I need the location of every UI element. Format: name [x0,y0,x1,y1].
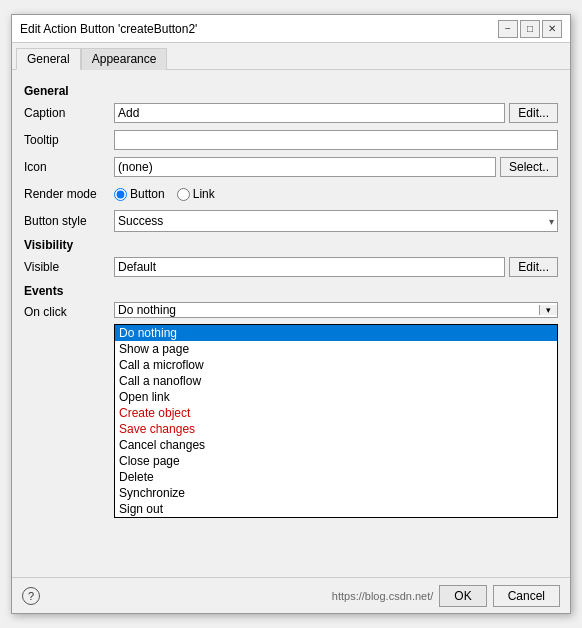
ok-button[interactable]: OK [439,585,486,607]
dropdown-item-save-changes[interactable]: Save changes [115,421,557,437]
on-click-dropdown-arrow[interactable]: ▾ [539,305,557,315]
icon-select-button[interactable]: Select.. [500,157,558,177]
tooltip-control [114,130,558,150]
cancel-button[interactable]: Cancel [493,585,560,607]
render-button-radio[interactable] [114,188,127,201]
footer-left: ? [22,587,40,605]
on-click-control: ▾ Do nothing Show a page Call a microflo… [114,302,558,318]
visible-edit-button[interactable]: Edit... [509,257,558,277]
help-button[interactable]: ? [22,587,40,605]
visible-input[interactable] [114,257,505,277]
icon-input[interactable] [114,157,496,177]
on-click-row: On click ▾ Do nothing Show a page Call a… [24,302,558,324]
button-style-control: Success ▾ [114,210,558,232]
render-mode-row: Render mode Button Link [24,183,558,205]
tab-general[interactable]: General [16,48,81,70]
dropdown-item-open-link[interactable]: Open link [115,389,557,405]
render-link-option[interactable]: Link [177,187,215,201]
icon-control: Select.. [114,157,558,177]
on-click-dropdown-list: Do nothing Show a page Call a microflow … [114,324,558,518]
icon-label: Icon [24,160,114,174]
maximize-button[interactable]: □ [520,20,540,38]
on-click-dropdown-input[interactable]: ▾ [114,302,558,318]
content-area: General Caption Edit... Tooltip Icon Sel… [12,70,570,577]
dropdown-item-close-page[interactable]: Close page [115,453,557,469]
render-button-label: Button [130,187,165,201]
dropdown-item-sign-out[interactable]: Sign out [115,501,557,517]
tooltip-input[interactable] [114,130,558,150]
caption-label: Caption [24,106,114,120]
caption-row: Caption Edit... [24,102,558,124]
dropdown-item-synchronize[interactable]: Synchronize [115,485,557,501]
minimize-button[interactable]: − [498,20,518,38]
render-button-option[interactable]: Button [114,187,165,201]
title-bar: Edit Action Button 'createButton2' − □ ✕ [12,15,570,43]
render-link-radio[interactable] [177,188,190,201]
button-style-label: Button style [24,214,114,228]
dropdown-item-delete[interactable]: Delete [115,469,557,485]
button-style-select[interactable]: Success [114,210,558,232]
on-click-value-input[interactable] [115,303,539,317]
render-mode-label: Render mode [24,187,114,201]
caption-control: Edit... [114,103,558,123]
dropdown-item-show-page[interactable]: Show a page [115,341,557,357]
caption-edit-button[interactable]: Edit... [509,103,558,123]
caption-input[interactable] [114,103,505,123]
button-style-select-wrapper: Success ▾ [114,210,558,232]
footer: ? https://blog.csdn.net/ OK Cancel [12,577,570,613]
dropdown-item-do-nothing[interactable]: Do nothing [115,325,557,341]
title-bar-controls: − □ ✕ [498,20,562,38]
visible-row: Visible Edit... [24,256,558,278]
footer-right: https://blog.csdn.net/ OK Cancel [332,585,560,607]
close-button[interactable]: ✕ [542,20,562,38]
window-title: Edit Action Button 'createButton2' [20,22,197,36]
tooltip-row: Tooltip [24,129,558,151]
button-style-row: Button style Success ▾ [24,210,558,232]
tooltip-label: Tooltip [24,133,114,147]
icon-row: Icon Select.. [24,156,558,178]
on-click-label: On click [24,302,114,319]
main-window: Edit Action Button 'createButton2' − □ ✕… [11,14,571,614]
dropdown-item-create-object[interactable]: Create object [115,405,557,421]
dropdown-item-call-microflow[interactable]: Call a microflow [115,357,557,373]
events-section-label: Events [24,284,558,298]
footer-link: https://blog.csdn.net/ [332,590,434,602]
tab-appearance[interactable]: Appearance [81,48,168,70]
dropdown-item-cancel-changes[interactable]: Cancel changes [115,437,557,453]
general-section-label: General [24,84,558,98]
render-link-label: Link [193,187,215,201]
visible-control: Edit... [114,257,558,277]
render-mode-control: Button Link [114,187,558,201]
tab-bar: General Appearance [12,43,570,70]
visible-label: Visible [24,260,114,274]
dropdown-item-call-nanoflow[interactable]: Call a nanoflow [115,373,557,389]
visibility-section-label: Visibility [24,238,558,252]
